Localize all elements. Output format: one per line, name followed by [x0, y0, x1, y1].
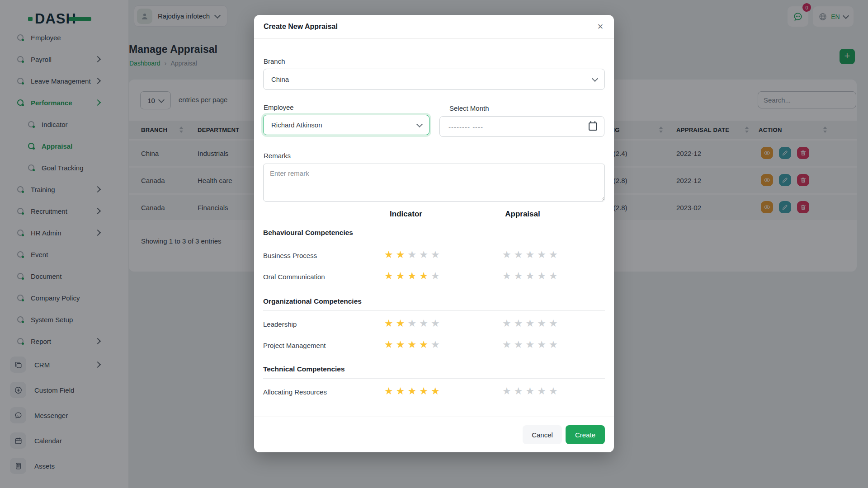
indicator-stars[interactable]: ★★★★★: [384, 318, 443, 329]
remarks-textarea[interactable]: [263, 164, 605, 202]
competency-row: Project Management★★★★★★★★★★: [263, 336, 605, 357]
competency-label: Allocating Resources: [263, 388, 327, 396]
branch-label: Branch: [264, 57, 285, 65]
remarks-label: Remarks: [264, 152, 291, 160]
cancel-button[interactable]: Cancel: [523, 425, 562, 444]
branch-value: China: [271, 75, 289, 83]
select-month-label: Select Month: [449, 104, 489, 112]
calendar-icon[interactable]: [589, 122, 597, 131]
competency-label: Oral Communication: [263, 273, 325, 281]
app-root: DASH EmployeePayrollLeave ManagementPerf…: [0, 0, 868, 488]
competency-label: Project Management: [263, 342, 326, 349]
create-button[interactable]: Create: [566, 425, 605, 444]
section-title: Behavioural Competencies: [263, 227, 605, 238]
indicator-stars[interactable]: ★★★★★: [384, 249, 443, 261]
employee-value: Richard Atkinson: [271, 121, 322, 129]
competency-row: Leadership★★★★★★★★★★: [263, 314, 605, 336]
employee-select[interactable]: Richard Atkinson: [263, 115, 429, 135]
appraisal-stars[interactable]: ★★★★★: [502, 318, 561, 329]
create-appraisal-modal: Create New Appraisal × Branch China Empl…: [254, 15, 614, 452]
appraisal-stars[interactable]: ★★★★★: [502, 249, 561, 261]
competency-row: Oral Communication★★★★★★★★★★: [263, 267, 605, 288]
section-divider: [263, 310, 605, 311]
section-title: Organizational Competencies: [263, 296, 605, 307]
employee-label: Employee: [264, 103, 294, 111]
competency-row: Allocating Resources★★★★★★★★★★: [263, 382, 605, 404]
month-placeholder: -------- ----: [448, 123, 483, 131]
indicator-stars[interactable]: ★★★★★: [384, 385, 443, 397]
modal-title: Create New Appraisal: [264, 15, 338, 38]
section-technical-competencies: Technical CompetenciesAllocating Resourc…: [263, 364, 605, 404]
chevron-down-icon: [592, 75, 598, 82]
section-organizational-competencies: Organizational CompetenciesLeadership★★★…: [263, 296, 605, 357]
indicator-column-header: Indicator: [361, 210, 451, 219]
indicator-stars[interactable]: ★★★★★: [384, 339, 443, 351]
competency-label: Business Process: [263, 252, 317, 259]
close-icon[interactable]: ×: [594, 20, 607, 33]
appraisal-stars[interactable]: ★★★★★: [502, 385, 561, 397]
appraisal-column-header: Appraisal: [477, 210, 568, 219]
competency-row: Business Process★★★★★★★★★★: [263, 246, 605, 267]
chevron-down-icon: [416, 121, 423, 127]
branch-select[interactable]: China: [263, 69, 605, 90]
section-divider: [263, 378, 605, 379]
appraisal-stars[interactable]: ★★★★★: [502, 270, 561, 282]
indicator-stars[interactable]: ★★★★★: [384, 270, 443, 282]
month-input[interactable]: -------- ----: [439, 116, 604, 137]
competency-label: Leadership: [263, 320, 297, 328]
section-title: Technical Competencies: [263, 364, 605, 375]
appraisal-stars[interactable]: ★★★★★: [502, 339, 561, 351]
section-divider: [263, 242, 605, 242]
section-behavioural-competencies: Behavioural CompetenciesBusiness Process…: [263, 227, 605, 288]
modal-header: Create New Appraisal ×: [254, 15, 614, 39]
modal-footer-divider: [254, 417, 614, 417]
